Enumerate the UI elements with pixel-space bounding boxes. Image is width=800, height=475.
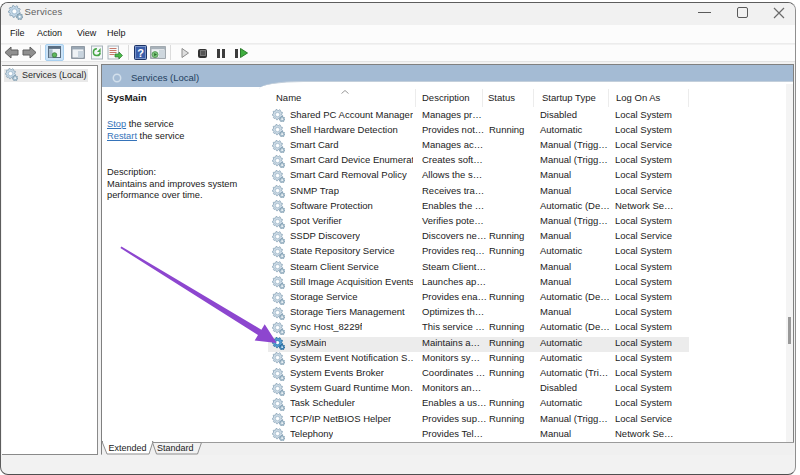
svg-text:?: ? <box>137 47 144 59</box>
